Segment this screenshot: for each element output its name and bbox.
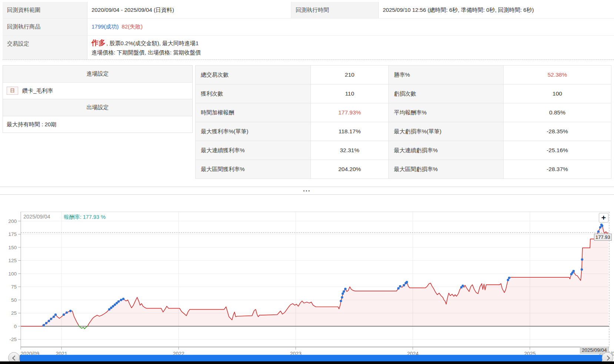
trade-settings-value: 作多, 股票0.2%(成交金額), 最大同時進場1 進場價格: 下期開盤價, 出… <box>87 36 201 59</box>
stat-label: 最大區間獲利率% <box>196 160 311 178</box>
products-label: 回測執行商品 <box>3 19 87 35</box>
stat-label: 最大連續獲利率% <box>196 141 311 160</box>
stat-value: -28.37% <box>504 160 611 178</box>
fail-count[interactable]: 82(失敗) <box>122 23 143 30</box>
stat-label: 時間加權報酬 <box>196 103 311 122</box>
trade-settings-label: 交易設定 <box>3 36 87 59</box>
summary-row-range: 回測資料範圍 2020/09/04 - 2025/09/04 (日資料) 回測執… <box>3 2 614 19</box>
stat-label: 虧損次數 <box>389 84 504 103</box>
exec-time-value: 2025/09/10 12:56 (總時間: 6秒, 準備時間: 0秒, 回測時… <box>379 2 614 18</box>
exit-settings-header: 出場設定 <box>3 99 192 116</box>
entry-settings-header: 進場設定 <box>3 66 192 83</box>
stat-label: 最大區間虧損率% <box>389 160 504 178</box>
range-label: 回測資料範圍 <box>3 2 87 18</box>
table-row: 最大區間獲利率% 204.20% 最大區間虧損率% -28.37% <box>196 160 611 178</box>
success-count[interactable]: 1799(成功) <box>92 23 119 30</box>
svg-text:75: 75 <box>11 284 17 290</box>
stat-value: 177.93% <box>311 103 389 122</box>
stat-value: 52.38% <box>504 66 611 84</box>
stats-table: 總交易次數 210 勝率% 52.38% 獲利次數 110 虧損次數 100 時… <box>195 65 611 179</box>
chart-hover-return: 報酬率: 177.93 % <box>64 214 106 221</box>
table-row: 最大連續獲利率% 32.31% 最大連續虧損率% -25.16% <box>196 141 611 160</box>
exec-time-label: 回測執行時間 <box>291 2 379 18</box>
stat-value: 0.85% <box>504 103 611 122</box>
products-value: 1799(成功) 82(失敗) <box>87 19 143 35</box>
stat-label: 最大獲利率%(單筆) <box>196 122 311 141</box>
trade-settings-line1-rest: , 股票0.2%(成交金額), 最大同時進場1 <box>106 40 199 46</box>
stat-label: 平均報酬率% <box>389 103 504 122</box>
stat-value: -28.35% <box>504 122 611 141</box>
bottom-bar <box>0 361 614 364</box>
chevron-right-icon <box>605 355 610 361</box>
stat-label: 最大連續虧損率% <box>389 141 504 160</box>
table-row: 最大獲利率%(單筆) 118.17% 最大虧損率%(單筆) -28.35% <box>196 122 611 141</box>
svg-text:175: 175 <box>8 231 17 237</box>
stat-value: -25.16% <box>504 141 611 160</box>
backtest-report-page: 回測資料範圍 2020/09/04 - 2025/09/04 (日資料) 回測執… <box>0 0 614 364</box>
settings-panel: 進場設定 日 鑽卡_毛利率 出場設定 最大持有時間 : 20期 <box>3 65 193 133</box>
svg-text:150: 150 <box>8 245 17 250</box>
stat-value: 32.31% <box>311 141 389 160</box>
svg-text:0: 0 <box>14 324 17 329</box>
svg-text:200: 200 <box>8 218 17 224</box>
stat-label: 勝率% <box>389 66 504 84</box>
stat-value: 100 <box>504 84 611 103</box>
panel-splitter[interactable]: ••• <box>0 187 614 195</box>
svg-text:50: 50 <box>11 297 17 303</box>
stat-value: 118.17% <box>311 122 389 141</box>
stat-value: 204.20% <box>311 160 389 178</box>
svg-text:25: 25 <box>11 310 17 316</box>
summary-table: 回測資料範圍 2020/09/04 - 2025/09/04 (日資料) 回測執… <box>3 2 614 60</box>
splitter-grip-icon: ••• <box>303 189 311 193</box>
chevron-left-icon <box>12 355 17 361</box>
trade-settings-line1: 作多, 股票0.2%(成交金額), 最大同時進場1 <box>92 38 201 48</box>
svg-text:100: 100 <box>8 271 17 277</box>
chart-hover-date: 2025/09/04 <box>23 214 50 220</box>
stat-value: 210 <box>311 66 389 84</box>
stat-value: 110 <box>311 84 389 103</box>
summary-row-trade-settings: 交易設定 作多, 股票0.2%(成交金額), 最大同時進場1 進場價格: 下期開… <box>3 36 614 60</box>
trade-settings-line2: 進場價格: 下期開盤價, 出場價格: 當期收盤價 <box>92 48 201 57</box>
range-value: 2020/09/04 - 2025/09/04 (日資料) <box>87 2 291 18</box>
table-row: 時間加權報酬 177.93% 平均報酬率% 0.85% <box>196 103 611 122</box>
last-value-label: 177.93 <box>594 234 612 241</box>
chart-scrollbar[interactable] <box>20 355 602 361</box>
daily-badge: 日 <box>7 87 18 95</box>
entry-rule-name: 鑽卡_毛利率 <box>22 87 53 94</box>
table-row: 獲利次數 110 虧損次數 100 <box>196 84 611 103</box>
entry-rule-row[interactable]: 日 鑽卡_毛利率 <box>3 83 192 99</box>
stat-label: 總交易次數 <box>196 66 311 84</box>
summary-row-products: 回測執行商品 1799(成功) 82(失敗) <box>3 19 614 36</box>
table-row: 總交易次數 210 勝率% 52.38% <box>196 66 611 84</box>
exit-rule-name: 最大持有時間 : 20期 <box>7 121 56 128</box>
svg-text:-25: -25 <box>9 337 17 342</box>
exit-rule-row: 最大持有時間 : 20期 <box>3 116 192 133</box>
stat-label: 獲利次數 <box>196 84 311 103</box>
stat-label: 最大虧損率%(單筆) <box>389 122 504 141</box>
zoom-in-button[interactable]: + <box>599 213 608 223</box>
direction-long: 作多 <box>92 39 106 47</box>
svg-text:125: 125 <box>8 258 17 263</box>
